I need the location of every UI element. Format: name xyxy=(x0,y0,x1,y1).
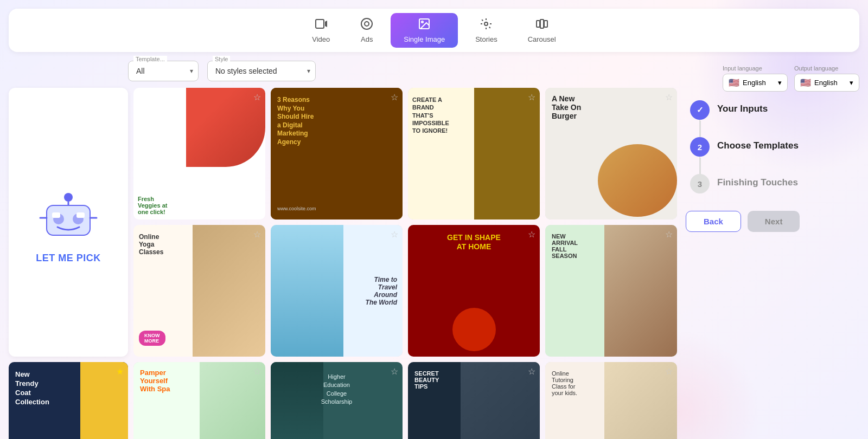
template-card-spa[interactable]: ☆ PamperYourselfWith Spa Book Your Appoi… xyxy=(133,362,265,439)
output-language-wrap: Output language 🇺🇸 English ▾ xyxy=(794,65,859,92)
card-subtext: www.coolsite.com xyxy=(277,206,316,211)
template-card-burger[interactable]: ☆ A NewTake OnBurger xyxy=(545,88,677,220)
step-choose-templates: 2 Choose Templates xyxy=(690,137,859,157)
svg-rect-0 xyxy=(316,20,324,28)
template-card-tutoring[interactable]: ☆ OnlineTutoringClass foryour kids. xyxy=(545,362,677,439)
style-select[interactable]: No styles selected xyxy=(207,61,316,81)
card-text: SECRETBEAUTYTIPS xyxy=(414,370,439,390)
template-filter[interactable]: Template... All ▾ xyxy=(128,61,199,81)
svg-rect-13 xyxy=(537,21,540,27)
single-image-icon xyxy=(418,17,431,33)
input-language-label: Input language xyxy=(723,65,788,72)
nav-single-image[interactable]: Single Image xyxy=(391,13,458,48)
template-card-scholarship[interactable]: ☆ HigherEducationCollegeScholarship xyxy=(271,362,403,439)
output-language-select[interactable]: 🇺🇸 English ▾ xyxy=(794,74,859,92)
step-3-label: Finishing Touches xyxy=(717,174,798,188)
template-card-fall[interactable]: ☆ NEWARRIVALFALLSEASON xyxy=(545,225,677,357)
template-card-fitness[interactable]: ☆ GET IN SHAPEAT HOME xyxy=(408,225,540,357)
steps-list: ✓ Your Inputs 2 Choose Templates 3 Finis… xyxy=(686,100,859,193)
star-icon[interactable]: ☆ xyxy=(665,229,673,240)
carousel-icon xyxy=(535,17,548,33)
step-1-label: Your Inputs xyxy=(717,100,768,114)
svg-point-6 xyxy=(484,22,488,25)
star-icon[interactable]: ☆ xyxy=(253,229,261,240)
filter-bar: Template... All ▾ Style No styles select… xyxy=(9,61,677,81)
svg-point-5 xyxy=(422,21,423,23)
step-finishing-touches: 3 Finishing Touches xyxy=(690,174,859,193)
svg-rect-22 xyxy=(76,212,85,218)
template-card-yoga[interactable]: ☆ OnlineYogaClasses KNOWMORE xyxy=(133,225,265,357)
output-language-chevron: ▾ xyxy=(850,79,853,87)
svg-line-9 xyxy=(482,20,483,21)
template-card-brand[interactable]: ☆ CREATE ABRANDTHAT'SIMPOSSIBLETO IGNORE… xyxy=(408,88,540,220)
card-text: A NewTake OnBurger xyxy=(552,94,581,120)
card-button: KNOWMORE xyxy=(139,331,165,346)
star-icon[interactable]: ★ xyxy=(116,366,124,377)
nav-video[interactable]: Video xyxy=(299,13,343,48)
template-grid: LET ME PICK ☆ FreshVeggies atone click! … xyxy=(9,88,677,439)
card-text: HigherEducationCollegeScholarship xyxy=(284,373,389,406)
back-button[interactable]: Back xyxy=(686,211,741,232)
card-text: FreshVeggies atone click! xyxy=(138,196,167,215)
star-icon[interactable]: ☆ xyxy=(391,229,398,240)
svg-rect-15 xyxy=(544,21,547,27)
svg-rect-21 xyxy=(52,212,60,218)
template-card-tomatoes[interactable]: ☆ FreshVeggies atone click! xyxy=(133,88,265,220)
nav-ads[interactable]: Ads xyxy=(347,13,386,48)
style-filter[interactable]: Style No styles selected ▾ xyxy=(207,61,316,81)
step-2-label: Choose Templates xyxy=(717,137,799,151)
ads-icon xyxy=(360,17,373,33)
card-text: NEWARRIVALFALLSEASON xyxy=(552,233,578,259)
input-language-chevron: ▾ xyxy=(778,79,782,87)
nav-ads-label: Ads xyxy=(361,35,373,43)
star-icon[interactable]: ☆ xyxy=(665,92,673,102)
svg-rect-14 xyxy=(540,20,544,28)
next-button[interactable]: Next xyxy=(748,211,800,232)
nav-carousel-label: Carousel xyxy=(528,35,556,43)
step-your-inputs: ✓ Your Inputs xyxy=(690,100,859,120)
template-select[interactable]: All xyxy=(128,61,199,81)
star-icon[interactable]: ☆ xyxy=(391,92,398,102)
output-flag-icon: 🇺🇸 xyxy=(800,78,811,88)
star-icon[interactable]: ☆ xyxy=(253,366,261,377)
let-me-pick-label: LET ME PICK xyxy=(36,253,101,264)
svg-point-3 xyxy=(365,22,369,26)
card-text: CREATE ABRANDTHAT'SIMPOSSIBLETO IGNORE! xyxy=(412,96,449,134)
step-3-circle: 3 xyxy=(690,174,710,193)
template-section: Template... All ▾ Style No styles select… xyxy=(9,61,677,439)
star-icon[interactable]: ☆ xyxy=(665,366,673,377)
svg-point-16 xyxy=(64,193,73,202)
nav-carousel[interactable]: Carousel xyxy=(515,13,569,48)
svg-point-2 xyxy=(361,18,372,29)
style-filter-label: Style xyxy=(213,56,230,62)
card-text: 3 ReasonsWhy YouShould Hirea DigitalMark… xyxy=(277,96,314,147)
star-icon[interactable]: ☆ xyxy=(391,366,398,377)
template-card-beauty[interactable]: ☆ SECRETBEAUTYTIPS xyxy=(408,362,540,439)
star-icon[interactable]: ☆ xyxy=(253,92,261,102)
card-text: Time toTravelAroundThe World xyxy=(366,276,397,306)
card-text: NewTrendyCoatCollection xyxy=(15,370,49,407)
let-me-pick-card[interactable]: LET ME PICK xyxy=(9,88,128,357)
star-icon[interactable]: ☆ xyxy=(528,366,535,377)
action-buttons: Back Next xyxy=(686,211,859,232)
nav-stories[interactable]: Stories xyxy=(462,13,510,48)
card-text: GET IN SHAPEAT HOME xyxy=(414,233,533,251)
top-navigation: Video Ads Single Image Stories Carousel xyxy=(9,9,859,52)
sidebar: Input language 🇺🇸 English ▾ Output langu… xyxy=(686,61,859,439)
card-text: PamperYourselfWith Spa xyxy=(140,369,170,393)
language-row: Input language 🇺🇸 English ▾ Output langu… xyxy=(686,65,859,92)
template-card-coat[interactable]: ★ NewTrendyCoatCollection xyxy=(9,362,128,439)
output-language-value: English xyxy=(814,79,838,87)
star-icon[interactable]: ☆ xyxy=(528,229,535,240)
star-icon[interactable]: ☆ xyxy=(528,92,535,102)
input-flag-icon: 🇺🇸 xyxy=(729,78,739,88)
card-text: OnlineYogaClasses xyxy=(139,233,163,256)
output-language-label: Output language xyxy=(794,65,859,72)
nav-single-image-label: Single Image xyxy=(404,35,445,43)
template-card-marketing[interactable]: ☆ 3 ReasonsWhy YouShould Hirea DigitalMa… xyxy=(271,88,403,220)
template-filter-label: Template... xyxy=(133,56,167,62)
input-language-select[interactable]: 🇺🇸 English ▾ xyxy=(723,74,788,92)
template-card-travel[interactable]: ☆ Time toTravelAroundThe World xyxy=(271,225,403,357)
svg-rect-18 xyxy=(47,205,90,235)
video-icon xyxy=(315,17,328,33)
